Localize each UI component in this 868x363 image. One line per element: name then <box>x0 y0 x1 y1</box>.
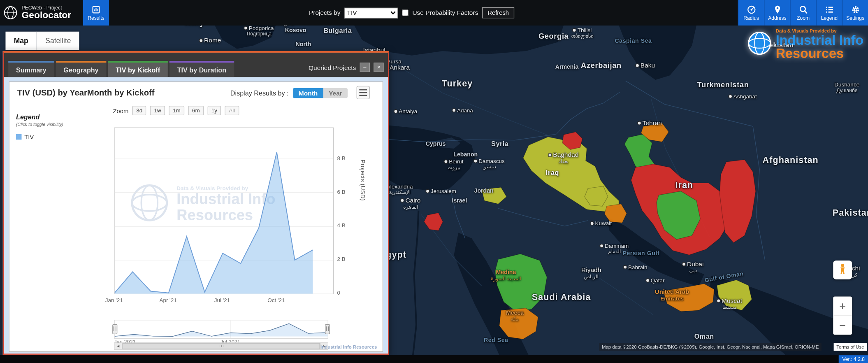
address-button[interactable]: Address <box>764 0 790 26</box>
topbar: PECWeb - Project Geolocator Results Proj… <box>0 0 868 26</box>
navigator-left-handle[interactable] <box>112 324 117 334</box>
globe-logo-icon <box>3 5 18 20</box>
app-root: ItalyRomeMontenegroPodgoricaПодгорицаKos… <box>0 0 868 363</box>
probability-label: Use Probability Factors <box>412 9 478 16</box>
scrollbar-thumb[interactable] <box>122 343 320 349</box>
y-axis-title: Projects (USD) <box>360 160 367 265</box>
zoom-magnifier-icon <box>798 5 808 14</box>
legend-button[interactable]: Legend <box>816 0 842 26</box>
chart-card: TIV (USD) by YearMonth by Kickoff Displa… <box>9 81 383 352</box>
x-tick-jan-21: Jan '21 <box>105 297 123 303</box>
display-results-label: Display Results by : <box>230 89 289 97</box>
series-swatch <box>16 134 21 140</box>
terms-of-use-link[interactable]: Terms of Use <box>834 343 867 351</box>
y-tick-4-b: 4 B <box>337 223 346 229</box>
refresh-button[interactable]: Refresh <box>482 7 515 19</box>
query-controls: Projects by TIV Use Probability Factors … <box>309 0 515 26</box>
map-zoom-out-button[interactable]: − <box>833 316 852 335</box>
navigator-mini-chart <box>115 320 328 338</box>
address-pin-icon <box>773 5 782 14</box>
zoom-range-1y-button[interactable]: 1y <box>207 106 221 115</box>
projects-by-select[interactable]: TIV <box>344 7 398 18</box>
x-tick-oct-21: Oct '21 <box>267 297 285 303</box>
window-title: Queried Projects <box>309 64 356 71</box>
tiv-area-chart <box>115 128 334 294</box>
map-type-satellite[interactable]: Satellite <box>37 32 79 50</box>
legend-note: (Click to toggle visibility) <box>16 122 107 127</box>
chart-navigator[interactable] <box>114 320 328 339</box>
settings-gear-icon <box>851 5 860 14</box>
results-report-icon <box>91 5 101 14</box>
iir-line1: Industrial Info <box>776 34 864 47</box>
legend-title: Legend <box>16 113 107 121</box>
projects-by-label: Projects by <box>309 9 341 16</box>
map-zoom-control: + − <box>833 296 852 335</box>
radius-icon <box>747 5 756 14</box>
zoom-button[interactable]: Zoom <box>790 0 816 26</box>
scroll-left-button[interactable]: ◄ <box>115 343 123 349</box>
iir-logo: Data & Visuals Provided by Industrial In… <box>747 28 863 61</box>
y-tick-0: 0 <box>337 290 340 296</box>
minimize-button[interactable]: − <box>360 63 370 72</box>
chart-plot-area[interactable]: Data & Visuals Provided by Industrial In… <box>114 128 334 294</box>
legend-item-tiv[interactable]: TIV <box>16 134 107 140</box>
zoom-range-6m-button[interactable]: 6m <box>188 106 204 115</box>
map-attribution: Map data ©2020 GeoBasis-DE/BKG (©2009), … <box>599 343 822 351</box>
display-by-year-button[interactable]: Year <box>323 88 348 98</box>
chart-title: TIV (USD) by YearMonth by Kickoff <box>17 88 155 97</box>
chart-legend: Legend (Click to toggle visibility) TIV <box>16 113 107 140</box>
x-tick-apr-21: Apr '21 <box>159 297 176 303</box>
series-name: TIV <box>24 134 34 140</box>
app-title: Geolocator <box>21 11 71 21</box>
zoom-range-all-button[interactable]: All <box>225 106 239 115</box>
tab-tiv-by-duration[interactable]: TIV by Duration <box>169 61 234 77</box>
probability-checkbox[interactable] <box>402 9 408 16</box>
close-button[interactable]: × <box>374 63 383 72</box>
tab-geography[interactable]: Geography <box>56 61 107 77</box>
iir-globe-icon <box>747 31 772 58</box>
queried-projects-window: SummaryGeographyTIV by KickoffTIV by Dur… <box>3 51 389 355</box>
chart-credit: Industrial Info Resources <box>320 344 377 349</box>
pegman-control[interactable] <box>833 261 852 279</box>
chart-context-menu-button[interactable] <box>357 86 370 99</box>
display-by-month-button[interactable]: Month <box>293 88 323 98</box>
window-body: TIV (USD) by YearMonth by Kickoff Displa… <box>4 77 388 354</box>
window-tabbar: SummaryGeographyTIV by KickoffTIV by Dur… <box>4 53 388 77</box>
tab-tiv-by-kickoff[interactable]: TIV by Kickoff <box>108 61 167 77</box>
pegman-icon <box>837 263 848 277</box>
legend-list-icon <box>824 5 834 14</box>
zoom-range-3d-button[interactable]: 3d <box>132 106 146 115</box>
zoom-range-1m-button[interactable]: 1m <box>169 106 185 115</box>
navigator-right-handle[interactable] <box>325 324 330 334</box>
settings-button[interactable]: Settings <box>842 0 868 26</box>
status-bar: Ver.: 4.2.8 <box>0 355 868 363</box>
results-label: Results <box>88 15 104 21</box>
range-selector: Zoom 3d1w1m6m1yAll <box>113 106 239 115</box>
map-type-control: MapSatellite <box>5 32 79 50</box>
x-tick-jul-21: Jul '21 <box>214 297 230 303</box>
tab-summary[interactable]: Summary <box>8 61 54 77</box>
topbar-nav-buttons: RadiusAddressZoomLegendSettings <box>738 0 868 26</box>
display-results-control: Display Results by : Month Year <box>230 88 348 98</box>
version-badge: Ver.: 4.2.8 <box>839 355 868 363</box>
zoom-range-1w-button[interactable]: 1w <box>150 106 165 115</box>
iir-line2: Resources <box>776 47 864 61</box>
map-type-map[interactable]: Map <box>5 32 36 50</box>
map-zoom-in-button[interactable]: + <box>833 296 852 316</box>
y-tick-8-b: 8 B <box>337 155 346 161</box>
y-tick-2-b: 2 B <box>337 256 346 262</box>
zoom-label: Zoom <box>113 107 129 114</box>
results-button[interactable]: Results <box>83 0 109 26</box>
chart-scrollbar[interactable]: ◄ ► <box>114 342 328 350</box>
radius-button[interactable]: Radius <box>738 0 764 26</box>
app-logo: PECWeb - Project Geolocator <box>3 0 71 26</box>
y-tick-6-b: 6 B <box>337 189 346 195</box>
